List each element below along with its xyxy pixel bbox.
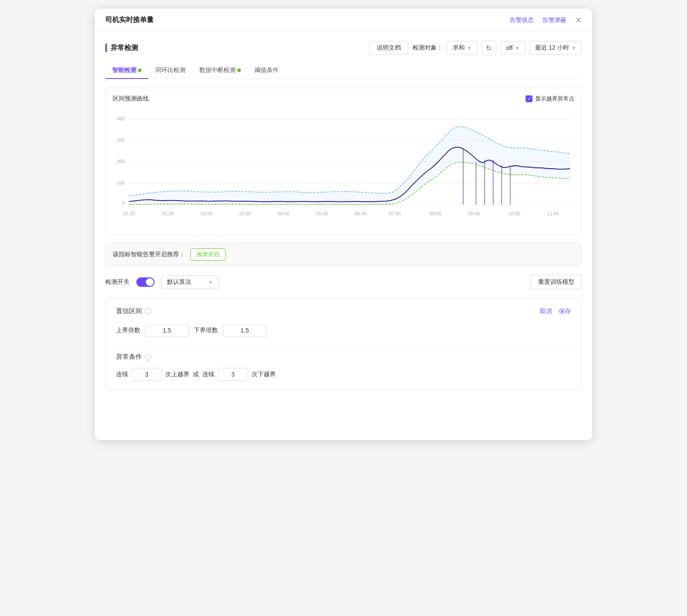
svg-text:07:00: 07:00 <box>389 211 400 216</box>
refresh-icon: ↻ <box>486 44 492 52</box>
title-bar: 司机实时接单量 告警状态 告警屏蔽 ✕ <box>95 9 592 32</box>
doc-button[interactable]: 说明文档 <box>369 41 408 55</box>
svg-text:10:00: 10:00 <box>509 211 520 216</box>
settings-divider <box>116 346 571 346</box>
target-select[interactable]: 求和 ▼ <box>447 41 477 55</box>
bounds-row: 上界倍数 下界倍数 <box>116 324 571 337</box>
svg-text:05:00: 05:00 <box>316 211 328 216</box>
settings-card: 置信区间 i 取消 保存 上界倍数 下界倍数 异常条件 i <box>105 298 582 390</box>
continuous-label-2: 连续 <box>202 371 214 378</box>
main-content: 异常检测 说明文档 检测对象： 求和 ▼ ↻ off ▼ 最近 12 小时 <box>95 32 592 399</box>
confidence-header: 置信区间 i 取消 保存 <box>116 307 571 315</box>
tab-threshold[interactable]: 阈值条件 <box>248 62 286 79</box>
lower-label: 下界倍数 <box>194 327 218 334</box>
anomaly-section-title: 异常检测 <box>105 44 138 53</box>
detection-toggle[interactable] <box>136 277 154 287</box>
chart-svg: 400 300 200 100 0 <box>113 108 574 229</box>
svg-text:300: 300 <box>117 138 125 143</box>
algorithm-chevron-icon: ▼ <box>208 280 213 285</box>
action-links: 取消 保存 <box>540 308 571 315</box>
algorithm-select[interactable]: 默认算法 ▼ <box>161 275 218 289</box>
svg-text:06:00: 06:00 <box>355 211 366 216</box>
svg-text:200: 200 <box>117 159 125 164</box>
title-bar-actions: 告警状态 告警屏蔽 ✕ <box>510 16 582 24</box>
controls-left: 检测开关 默认算法 ▼ <box>105 275 218 289</box>
svg-text:02:00: 02:00 <box>201 211 212 216</box>
chart-section: 区间预测曲线 ✓ 显示越界异常点 400 300 200 100 0 <box>105 88 582 236</box>
save-link[interactable]: 保存 <box>559 308 571 315</box>
title-accent-bar <box>105 44 107 52</box>
upper-label: 上界倍数 <box>116 327 140 334</box>
tab-smart[interactable]: 智能检测 <box>105 62 148 79</box>
consecutive-lower-input[interactable] <box>218 368 248 381</box>
svg-text:03:00: 03:00 <box>240 211 251 216</box>
recommendation-text: 该指标智能告警开启推荐： <box>113 251 185 258</box>
refresh-button[interactable]: ↻ <box>482 41 496 55</box>
chart-legend: ✓ 显示越界异常点 <box>526 95 574 103</box>
exceed-lower-label: 次下越界 <box>252 371 276 378</box>
anomaly-section-header: 异常检测 说明文档 检测对象： 求和 ▼ ↻ off ▼ 最近 12 小时 <box>105 41 582 55</box>
target-chevron-icon: ▼ <box>467 46 472 50</box>
detection-target-label: 检测对象： <box>413 44 443 52</box>
timerange-chevron-icon: ▼ <box>572 46 576 50</box>
toggle-label: 检测开关 <box>105 278 129 286</box>
upper-input[interactable] <box>145 324 189 337</box>
confidence-info-icon[interactable]: i <box>145 308 151 315</box>
consecutive-upper-input[interactable] <box>132 368 162 381</box>
or-label: 或 <box>193 371 199 378</box>
svg-text:08:00: 08:00 <box>429 211 441 216</box>
anomaly-condition-title: 异常条件 i <box>116 353 571 361</box>
time-range-select[interactable]: 最近 12 小时 ▼ <box>529 41 582 55</box>
window-title: 司机实时接单量 <box>105 16 154 25</box>
chart-header: 区间预测曲线 ✓ 显示越界异常点 <box>113 95 574 103</box>
svg-text:0: 0 <box>122 200 125 205</box>
main-window: 司机实时接单量 告警状态 告警屏蔽 ✕ 异常检测 说明文档 检测对象： 求和 ▼… <box>95 9 592 440</box>
chart-area: 400 300 200 100 0 <box>113 108 574 229</box>
exceed-upper-label: 次上越界 <box>165 371 189 378</box>
detection-controls: 检测开关 默认算法 ▼ 重置训练模型 <box>105 275 582 289</box>
anomaly-conditions-row: 连续 次上越界 或 连续 次下越界 <box>116 368 571 381</box>
off-chevron-icon: ▼ <box>515 46 520 50</box>
svg-text:11:00: 11:00 <box>547 211 559 216</box>
cancel-link[interactable]: 取消 <box>540 308 552 315</box>
confidence-title: 置信区间 i <box>116 307 151 315</box>
anomaly-info-icon[interactable]: i <box>145 354 151 361</box>
svg-text:400: 400 <box>117 116 125 121</box>
off-select[interactable]: off ▼ <box>501 41 525 54</box>
alert-status-link[interactable]: 告警状态 <box>510 16 534 24</box>
legend-checkbox[interactable]: ✓ <box>526 95 533 102</box>
reset-model-button[interactable]: 重置训练模型 <box>531 275 582 289</box>
tab-cycle[interactable]: 同环比检测 <box>148 62 192 79</box>
svg-text:10-20: 10-20 <box>123 211 135 216</box>
smart-tab-dot <box>138 69 142 72</box>
legend-label: 显示越界异常点 <box>535 95 574 103</box>
lower-input[interactable] <box>223 324 266 337</box>
tab-break[interactable]: 数据中断检测 <box>192 62 248 79</box>
break-tab-dot <box>237 69 241 72</box>
recommendation-bar: 该指标智能告警开启推荐： 推荐开启 <box>105 243 582 266</box>
continuous-label-1: 连续 <box>116 371 128 378</box>
recommend-button[interactable]: 推荐开启 <box>190 248 226 261</box>
detection-tabs: 智能检测 同环比检测 数据中断检测 阈值条件 <box>105 62 582 79</box>
svg-text:04:00: 04:00 <box>278 211 290 216</box>
header-controls: 说明文档 检测对象： 求和 ▼ ↻ off ▼ 最近 12 小时 ▼ <box>369 41 582 55</box>
alert-shield-link[interactable]: 告警屏蔽 <box>542 16 567 24</box>
svg-text:01:00: 01:00 <box>162 211 174 216</box>
chart-title: 区间预测曲线 <box>113 95 149 103</box>
close-button[interactable]: ✕ <box>575 16 582 24</box>
svg-text:100: 100 <box>117 180 125 185</box>
svg-text:09:00: 09:00 <box>468 211 480 216</box>
